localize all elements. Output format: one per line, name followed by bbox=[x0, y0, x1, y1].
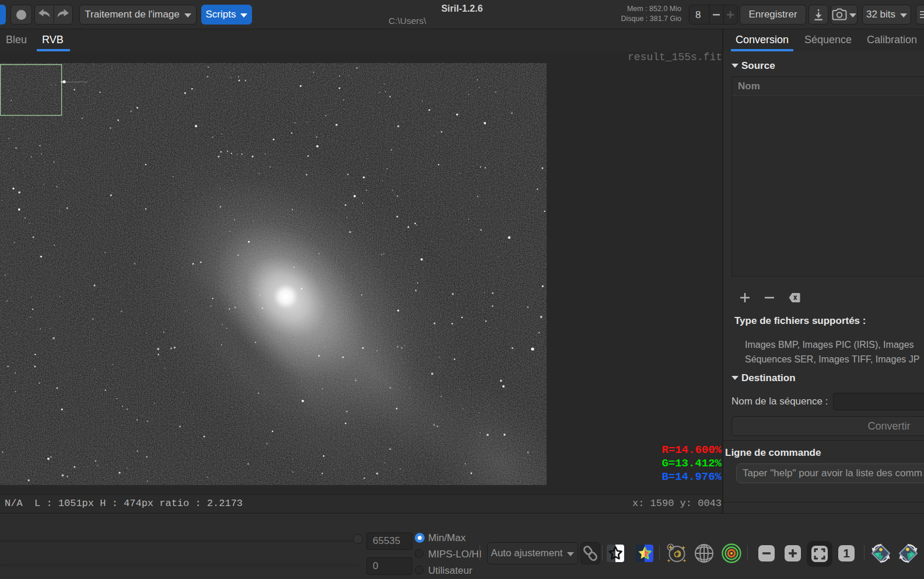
svg-text:8: 8 bbox=[695, 9, 701, 20]
